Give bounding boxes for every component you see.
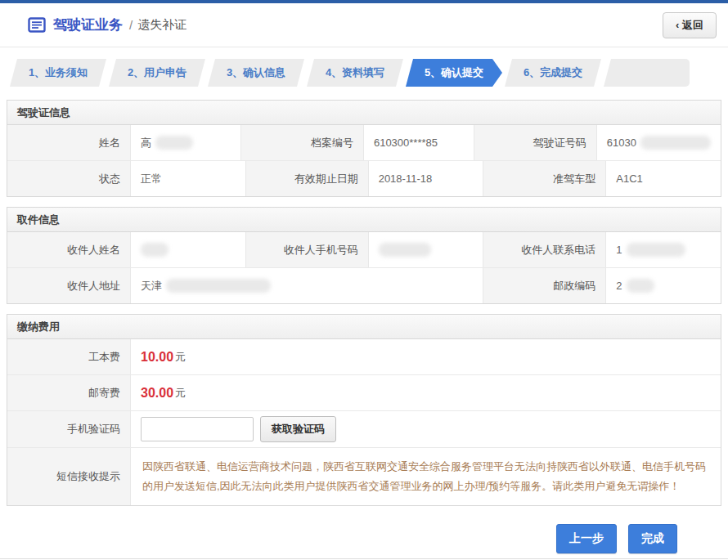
breadcrumb-current: 遗失补证 [137, 17, 186, 33]
step-4-fill-data[interactable]: 4、资料填写 [307, 59, 403, 87]
sms-notice-label: 短信接收提示 [7, 448, 130, 505]
production-fee-value: 10.00 元 [130, 339, 721, 374]
pickup-info-panel: 取件信息 收件人姓名 收件人手机号码 收件人联系电话 1 收件人地址 天津 邮政… [7, 207, 721, 304]
table-row: 收件人地址 天津 邮政编码 2 [7, 267, 721, 303]
page-bottom-divider [0, 558, 728, 559]
name-value: 高 [130, 125, 240, 160]
table-row: 工本费 10.00 元 [7, 339, 721, 374]
license-number-label: 驾驶证号码 [474, 125, 596, 160]
sms-notice-text: 因陕西省联通、电信运营商技术问题，陕西省互联网交通安全综合服务管理平台无法向持陕… [130, 448, 721, 505]
breadcrumb-separator: / [129, 18, 133, 32]
expiry-date-value: 2018-11-18 [368, 161, 483, 196]
recipient-phone-value: 1 [605, 232, 721, 267]
recipient-address-value: 天津 [130, 268, 483, 303]
postage-fee-label: 邮寄费 [7, 375, 130, 410]
redacted-text [627, 243, 685, 257]
vehicle-class-value: A1C1 [605, 161, 721, 196]
step-progress-bar: 1、业务须知 2、用户申告 3、确认信息 4、资料填写 5、确认提交 6、完成提… [10, 59, 718, 87]
redacted-text [379, 243, 431, 257]
license-panel-title: 驾驶证信息 [7, 101, 721, 125]
expiry-date-label: 有效期止日期 [245, 161, 368, 196]
redacted-text [166, 279, 271, 293]
step-2-user-declaration[interactable]: 2、用户申告 [109, 59, 205, 87]
table-row: 状态 正常 有效期止日期 2018-11-18 准驾车型 A1C1 [7, 160, 721, 196]
file-number-label: 档案编号 [240, 125, 363, 160]
table-row: 姓名 高 档案编号 610300****85 驾驶证号码 61030 [7, 125, 721, 160]
step-6-finish-submit[interactable]: 6、完成提交 [505, 59, 601, 87]
bottom-actions: 上一步 完成 [0, 506, 728, 553]
recipient-address-label: 收件人地址 [7, 268, 130, 303]
pickup-panel-title: 取件信息 [7, 208, 721, 232]
redacted-text [141, 243, 169, 257]
status-value: 正常 [130, 161, 245, 196]
production-fee-amount: 10.00 [141, 350, 173, 365]
step-1-business-notes[interactable]: 1、业务须知 [10, 59, 106, 87]
file-number-value: 610300****85 [363, 125, 474, 160]
table-row: 短信接收提示 因陕西省联通、电信运营商技术问题，陕西省互联网交通安全综合服务管理… [7, 447, 721, 505]
redacted-text [640, 136, 711, 150]
sms-code-cell: 获取验证码 [130, 411, 721, 447]
table-row: 手机验证码 获取验证码 [7, 410, 721, 447]
recipient-phone-label: 收件人联系电话 [483, 232, 605, 267]
get-sms-code-button[interactable]: 获取验证码 [260, 416, 336, 442]
sms-code-input[interactable] [141, 417, 254, 441]
postage-fee-value: 30.00 元 [130, 375, 721, 410]
postage-fee-unit: 元 [175, 386, 186, 401]
postal-code-label: 邮政编码 [483, 268, 605, 303]
license-info-panel: 驾驶证信息 姓名 高 档案编号 610300****85 驾驶证号码 61030… [7, 100, 721, 197]
recipient-mobile-label: 收件人手机号码 [245, 232, 368, 267]
finish-button[interactable]: 完成 [628, 524, 677, 553]
sms-code-label: 手机验证码 [7, 411, 130, 447]
status-label: 状态 [7, 161, 130, 196]
name-label: 姓名 [7, 125, 130, 160]
postage-fee-amount: 30.00 [141, 386, 173, 401]
license-number-value: 61030 [596, 125, 721, 160]
production-fee-label: 工本费 [7, 339, 130, 374]
redacted-text [627, 279, 654, 293]
table-row: 邮寄费 30.00 元 [7, 374, 721, 410]
table-row: 收件人姓名 收件人手机号码 收件人联系电话 1 [7, 232, 721, 267]
vehicle-class-label: 准驾车型 [483, 161, 605, 196]
fees-panel-title: 缴纳费用 [7, 315, 721, 339]
redacted-text [155, 136, 193, 150]
list-icon [28, 17, 46, 33]
page-title: 驾驶证业务 [53, 16, 123, 34]
recipient-mobile-value [368, 232, 483, 267]
previous-step-button[interactable]: 上一步 [556, 524, 617, 553]
fees-panel: 缴纳费用 工本费 10.00 元 邮寄费 30.00 元 手机验证码 获取验证码… [7, 314, 721, 506]
recipient-name-label: 收件人姓名 [7, 232, 130, 267]
step-5-confirm-submit[interactable]: 5、确认提交 [406, 59, 502, 87]
page-header: 驾驶证业务 / 遗失补证 ‹ 返回 [0, 3, 728, 47]
production-fee-unit: 元 [175, 350, 186, 365]
step-3-confirm-info[interactable]: 3、确认信息 [208, 59, 304, 87]
step-bar-filler [604, 59, 690, 87]
postal-code-value: 2 [605, 268, 721, 303]
recipient-name-value [130, 232, 245, 267]
back-button[interactable]: ‹ 返回 [663, 12, 717, 38]
